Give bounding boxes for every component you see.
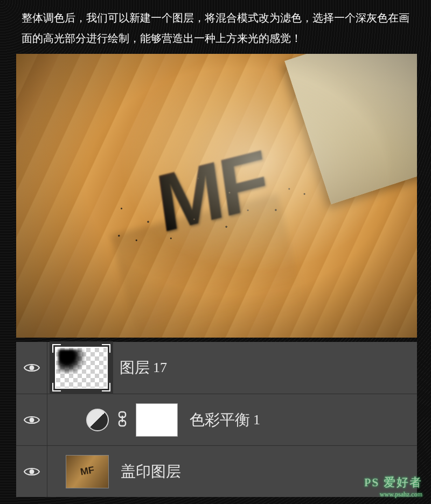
layer-mask-thumbnail[interactable]	[136, 403, 178, 437]
color-balance-icon[interactable]	[86, 409, 109, 431]
layers-panel: 图层 17 色彩平衡 1	[16, 342, 417, 497]
vignette	[16, 54, 417, 338]
visibility-toggle[interactable]	[16, 342, 47, 394]
eye-icon	[24, 415, 40, 425]
visibility-toggle[interactable]	[16, 446, 47, 497]
layer-row[interactable]: 盖印图层	[16, 445, 417, 497]
svg-point-1	[29, 417, 34, 422]
visibility-toggle[interactable]	[16, 394, 47, 445]
svg-point-5	[29, 469, 34, 474]
layer-row[interactable]: 色彩平衡 1	[16, 394, 417, 445]
layer-index: 1	[253, 412, 260, 428]
thumbnail-content	[58, 349, 88, 373]
layer-row[interactable]: 图层 17	[16, 342, 417, 394]
link-icon[interactable]	[116, 411, 128, 429]
layer-name[interactable]: 盖印图层	[121, 461, 181, 482]
layer-thumbnail[interactable]	[55, 347, 108, 389]
layer-name[interactable]: 图层	[120, 358, 150, 378]
artwork-preview: MF	[16, 54, 417, 338]
svg-point-0	[29, 366, 34, 370]
layer-index: 17	[153, 360, 167, 376]
eye-icon	[24, 362, 40, 373]
layer-name[interactable]: 色彩平衡	[190, 410, 250, 430]
layer-thumbnail[interactable]	[66, 455, 109, 488]
tutorial-caption: 整体调色后，我们可以新建一个图层，将混合模式改为滤色，选择一个深灰色在画面的高光…	[0, 0, 431, 54]
eye-icon	[24, 466, 40, 477]
